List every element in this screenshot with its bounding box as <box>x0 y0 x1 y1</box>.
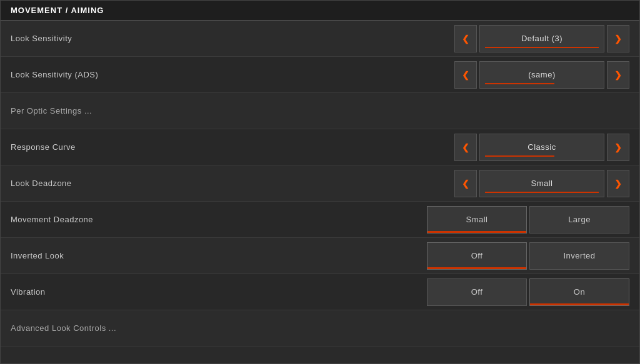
setting-row-vibration: Vibration Off On <box>1 274 639 310</box>
chevron-left-icon: ❮ <box>462 179 469 189</box>
look-sensitivity-ads-label: Look Sensitivity (ADS) <box>11 70 454 79</box>
look-sensitivity-ads-underline <box>485 83 554 84</box>
setting-row-look-deadzone: Look Deadzone ❮ Small ❯ <box>1 165 639 202</box>
vibration-option-on[interactable]: On <box>529 278 629 306</box>
panel-title: MOVEMENT / AIMING <box>1 1 639 21</box>
chevron-left-icon: ❮ <box>462 142 469 152</box>
look-deadzone-underline <box>485 192 599 193</box>
setting-row-per-optic[interactable]: Per Optic Settings ... <box>1 93 639 129</box>
inverted-look-toggle-group: Off Inverted <box>427 242 629 270</box>
look-deadzone-value: Small <box>531 179 552 188</box>
response-curve-prev[interactable]: ❮ <box>454 134 477 161</box>
inverted-look-option-off[interactable]: Off <box>427 242 527 270</box>
response-curve-next[interactable]: ❯ <box>607 134 629 161</box>
movement-deadzone-toggle-group: Small Large <box>427 206 629 234</box>
inverted-look-option-inverted[interactable]: Inverted <box>529 242 629 270</box>
setting-row-look-sensitivity-ads: Look Sensitivity (ADS) ❮ (same) ❯ <box>1 57 639 93</box>
setting-row-response-curve: Response Curve ❮ Classic ❯ <box>1 129 639 165</box>
vibration-option-off[interactable]: Off <box>427 278 527 306</box>
response-curve-value: Classic <box>528 142 556 152</box>
setting-row-movement-deadzone: Movement Deadzone Small Large <box>1 202 639 238</box>
inverted-look-label: Inverted Look <box>11 251 427 260</box>
response-curve-underline <box>485 155 554 157</box>
chevron-right-icon: ❯ <box>614 179 622 189</box>
per-optic-label: Per Optic Settings ... <box>11 106 629 116</box>
setting-row-look-sensitivity: Look Sensitivity ❮ Default (3) ❯ <box>1 21 639 57</box>
look-deadzone-next[interactable]: ❯ <box>607 170 629 197</box>
response-curve-control: ❮ Classic ❯ <box>454 134 629 161</box>
movement-deadzone-option-small[interactable]: Small <box>427 206 527 234</box>
setting-row-advanced-look[interactable]: Advanced Look Controls ... <box>1 310 639 347</box>
chevron-right-icon: ❯ <box>614 34 622 44</box>
look-sensitivity-value: Default (3) <box>521 34 562 43</box>
setting-row-inverted-look: Inverted Look Off Inverted <box>1 238 639 274</box>
chevron-right-icon: ❯ <box>614 70 622 80</box>
look-sensitivity-underline <box>485 47 599 48</box>
look-sensitivity-value-display: Default (3) <box>479 25 604 52</box>
look-sensitivity-ads-value: (same) <box>528 70 555 79</box>
look-sensitivity-next[interactable]: ❯ <box>607 25 629 52</box>
look-sensitivity-prev[interactable]: ❮ <box>454 25 477 52</box>
vibration-toggle-group: Off On <box>427 278 629 306</box>
response-curve-value-display: Classic <box>479 134 604 161</box>
movement-deadzone-option-large[interactable]: Large <box>529 206 629 234</box>
chevron-right-icon: ❯ <box>614 142 622 152</box>
response-curve-label: Response Curve <box>11 142 454 152</box>
look-sensitivity-label: Look Sensitivity <box>11 34 454 43</box>
chevron-left-icon: ❮ <box>462 70 469 80</box>
settings-panel: MOVEMENT / AIMING Look Sensitivity ❮ Def… <box>0 0 640 364</box>
look-sensitivity-control: ❮ Default (3) ❯ <box>454 25 629 52</box>
look-sensitivity-ads-next[interactable]: ❯ <box>607 61 629 89</box>
look-deadzone-prev[interactable]: ❮ <box>454 170 477 197</box>
look-deadzone-control: ❮ Small ❯ <box>454 170 629 197</box>
chevron-left-icon: ❮ <box>462 34 469 44</box>
advanced-look-label: Advanced Look Controls ... <box>11 323 629 333</box>
look-sensitivity-ads-control: ❮ (same) ❯ <box>454 61 629 89</box>
look-sensitivity-ads-prev[interactable]: ❮ <box>454 61 477 89</box>
look-deadzone-value-display: Small <box>479 170 604 197</box>
vibration-label: Vibration <box>11 287 427 297</box>
look-sensitivity-ads-value-display: (same) <box>479 61 604 89</box>
look-deadzone-label: Look Deadzone <box>11 179 454 188</box>
settings-list: Look Sensitivity ❮ Default (3) ❯ Look Se… <box>1 21 639 363</box>
movement-deadzone-label: Movement Deadzone <box>11 215 427 224</box>
